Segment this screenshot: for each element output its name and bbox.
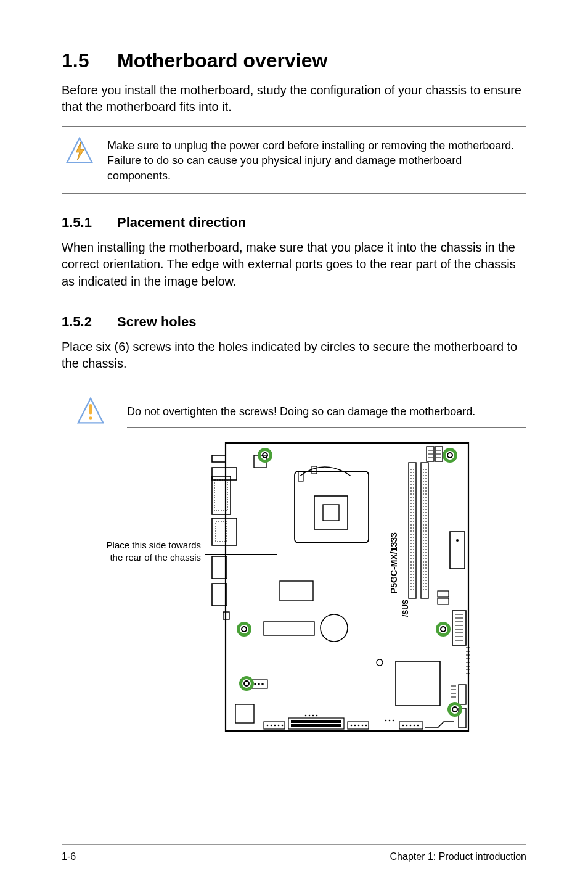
screw-hole-marker xyxy=(447,702,462,717)
svg-point-36 xyxy=(456,539,459,542)
svg-point-87 xyxy=(393,720,394,722)
svg-point-75 xyxy=(358,725,360,727)
svg-rect-50 xyxy=(264,622,314,635)
motherboard-illustration: P5GC-MX/1333 /SUS xyxy=(208,439,473,736)
svg-rect-38 xyxy=(438,598,449,604)
svg-point-77 xyxy=(365,725,367,727)
screw-hole-marker xyxy=(237,622,251,637)
svg-rect-83 xyxy=(291,720,341,723)
caution-icon xyxy=(76,397,105,426)
svg-rect-65 xyxy=(288,718,344,729)
svg-rect-13 xyxy=(212,584,227,606)
screw-hole-marker xyxy=(443,448,457,463)
screw-hole-marker xyxy=(436,622,451,637)
svg-rect-26 xyxy=(323,505,339,521)
svg-point-76 xyxy=(362,725,364,727)
svg-point-70 xyxy=(274,725,276,727)
svg-rect-29 xyxy=(409,463,416,598)
svg-point-4 xyxy=(89,416,92,420)
svg-point-49 xyxy=(321,614,348,642)
subsection-title: Screw holes xyxy=(117,314,196,329)
svg-rect-12 xyxy=(212,556,227,579)
intro-paragraph: Before you install the motherboard, stud… xyxy=(62,82,526,115)
svg-point-86 xyxy=(389,720,391,722)
svg-point-80 xyxy=(410,725,412,727)
svg-rect-5 xyxy=(226,443,468,731)
svg-point-89 xyxy=(309,715,311,717)
svg-point-78 xyxy=(402,725,404,727)
placement-paragraph: When installing the motherboard, make su… xyxy=(62,239,526,291)
svg-point-72 xyxy=(282,725,284,727)
divider xyxy=(62,126,526,127)
svg-rect-53 xyxy=(459,685,466,704)
svg-rect-27 xyxy=(298,471,303,481)
svg-point-73 xyxy=(351,725,353,727)
screw-hole-marker xyxy=(239,676,254,691)
svg-rect-7 xyxy=(212,468,237,480)
divider xyxy=(62,193,526,194)
svg-rect-24 xyxy=(295,471,369,543)
section-number: 1.5 xyxy=(62,49,117,72)
subsection-number: 1.5.2 xyxy=(62,314,117,330)
power-warning-text: Make sure to unplug the power cord befor… xyxy=(107,137,526,183)
screw-hole-marker xyxy=(258,448,272,463)
svg-rect-6 xyxy=(212,455,226,462)
chapter-label: Chapter 1: Product introduction xyxy=(390,851,526,862)
svg-point-62 xyxy=(258,683,260,685)
svg-point-68 xyxy=(267,725,269,727)
svg-rect-25 xyxy=(314,496,348,529)
rear-side-label-line1: Place this side towards xyxy=(107,540,201,550)
svg-point-88 xyxy=(305,715,307,717)
svg-rect-3 xyxy=(89,404,92,415)
svg-point-74 xyxy=(354,725,356,727)
subsection-heading: 1.5.1Placement direction xyxy=(62,215,526,231)
caution-note: Do not overtighten the screws! Doing so … xyxy=(62,395,526,428)
svg-rect-59 xyxy=(235,704,254,723)
subsection-title: Placement direction xyxy=(117,215,246,230)
page-number: 1-6 xyxy=(62,851,76,862)
svg-point-61 xyxy=(254,683,256,685)
svg-point-79 xyxy=(406,725,408,727)
svg-rect-35 xyxy=(450,532,465,569)
svg-point-52 xyxy=(377,659,383,666)
svg-rect-48 xyxy=(280,581,313,601)
svg-rect-37 xyxy=(438,591,449,597)
section-title: Motherboard overview xyxy=(117,49,327,72)
svg-rect-30 xyxy=(421,463,428,598)
motherboard-diagram: Place this side towards the rear of the … xyxy=(62,439,526,736)
board-model-text: P5GC-MX/1333 xyxy=(389,532,399,593)
power-warning-note: Make sure to unplug the power cord befor… xyxy=(62,131,526,189)
svg-point-81 xyxy=(414,725,415,727)
svg-rect-28 xyxy=(312,466,317,474)
caution-text: Do not overtighten the screws! Doing so … xyxy=(127,395,526,428)
rear-side-label: Place this side towards the rear of the … xyxy=(62,539,203,563)
svg-rect-84 xyxy=(291,724,341,727)
subsection-heading: 1.5.2Screw holes xyxy=(62,314,526,330)
svg-rect-51 xyxy=(396,661,440,706)
svg-point-90 xyxy=(312,715,314,717)
svg-point-91 xyxy=(316,715,318,717)
svg-point-85 xyxy=(385,720,387,722)
subsection-number: 1.5.1 xyxy=(62,215,117,231)
lightning-icon xyxy=(65,137,94,165)
svg-point-82 xyxy=(417,725,419,727)
svg-point-71 xyxy=(278,725,280,727)
svg-point-63 xyxy=(261,683,264,685)
svg-point-69 xyxy=(271,725,272,727)
svg-text:/SUS: /SUS xyxy=(401,600,410,617)
page-footer: 1-6 Chapter 1: Product introduction xyxy=(62,844,526,862)
rear-side-label-line2: the rear of the chassis xyxy=(110,552,201,563)
screw-paragraph: Place six (6) screws into the holes indi… xyxy=(62,339,526,373)
section-heading: 1.5Motherboard overview xyxy=(62,49,526,72)
